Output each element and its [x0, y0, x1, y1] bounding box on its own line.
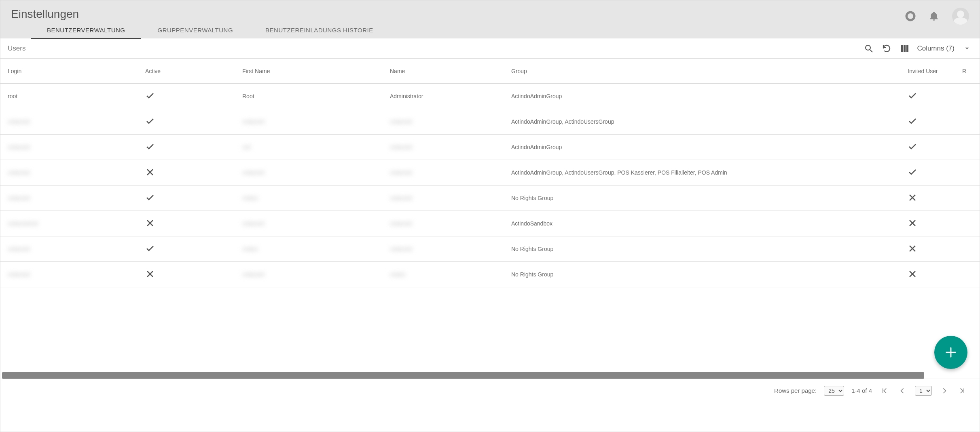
- svg-rect-4: [904, 45, 906, 52]
- range-display: 1-4 of 4: [851, 387, 872, 394]
- record-icon-button[interactable]: [905, 11, 916, 21]
- cell-group: ActindoAdminGroup: [511, 93, 908, 99]
- check-icon: [145, 91, 155, 101]
- close-icon: [145, 218, 155, 228]
- cell-group: No Rights Group: [511, 246, 908, 252]
- table-row[interactable]: redactedredactedredactedActindoAdminGrou…: [0, 160, 980, 185]
- search-button[interactable]: [864, 43, 874, 54]
- table-row[interactable]: redactedredactredactedNo Rights Group: [0, 185, 980, 211]
- cell-invited: [908, 269, 956, 280]
- tab-users[interactable]: BENUTZERVERWALTUNG: [31, 21, 141, 39]
- add-user-button[interactable]: [934, 336, 967, 369]
- rows-per-page-select[interactable]: 25: [824, 386, 844, 396]
- cell-first-name: redact: [242, 246, 390, 252]
- cell-first-name: redact: [242, 195, 390, 201]
- close-icon: [145, 269, 155, 279]
- view-columns-icon: [900, 44, 909, 53]
- check-icon: [145, 142, 155, 152]
- cell-group: ActindoAdminGroup: [511, 144, 908, 150]
- prev-page-button[interactable]: [897, 386, 908, 396]
- first-page-button[interactable]: [879, 386, 890, 396]
- cell-invited: [908, 167, 956, 178]
- cell-login: root: [8, 93, 145, 99]
- columns-dropdown-button[interactable]: [962, 43, 972, 54]
- cell-login: redactedred: [8, 220, 145, 227]
- svg-rect-3: [901, 45, 903, 52]
- refresh-button[interactable]: [881, 43, 892, 54]
- cell-name: redacted: [390, 246, 511, 252]
- cell-group: No Rights Group: [511, 271, 908, 278]
- columns-icon-button[interactable]: [899, 43, 910, 54]
- cell-group: ActindoAdminGroup, ActindoUsersGroup: [511, 118, 908, 125]
- col-header-name[interactable]: Name: [390, 68, 511, 74]
- cell-active: [145, 218, 242, 229]
- svg-point-0: [906, 12, 914, 20]
- search-icon: [864, 44, 874, 53]
- table-row[interactable]: redactedredactedredactNo Rights Group: [0, 262, 980, 287]
- cell-first-name: redacted: [242, 118, 390, 125]
- cell-active: [145, 116, 242, 127]
- check-icon: [145, 244, 155, 253]
- close-icon: [908, 269, 917, 279]
- cell-login: redacted: [8, 169, 145, 176]
- page-last-icon: [958, 387, 966, 395]
- table-body: rootRootAdministratorActindoAdminGroupre…: [0, 84, 980, 402]
- cell-active: [145, 193, 242, 204]
- table-row[interactable]: redactedredactredactedNo Rights Group: [0, 236, 980, 262]
- chevron-left-icon: [898, 387, 906, 395]
- section-title: Users: [8, 44, 25, 53]
- cell-name: redacted: [390, 220, 511, 227]
- chevron-right-icon: [940, 387, 948, 395]
- cell-name: redacted: [390, 169, 511, 176]
- cell-login: redacted: [8, 144, 145, 150]
- table-row[interactable]: rootRootAdministratorActindoAdminGroup: [0, 84, 980, 109]
- bell-icon: [929, 11, 939, 21]
- cell-active: [145, 167, 242, 178]
- content-area: Users Columns (7) Login Active: [0, 38, 980, 402]
- cell-login: redacted: [8, 246, 145, 252]
- col-header-invited[interactable]: Invited User: [908, 68, 956, 74]
- table-row[interactable]: redactedredredactedActindoAdminGroup: [0, 135, 980, 160]
- last-page-button[interactable]: [957, 386, 967, 396]
- horizontal-scrollbar[interactable]: [2, 372, 978, 379]
- next-page-button[interactable]: [939, 386, 950, 396]
- col-header-tail[interactable]: R: [956, 68, 972, 74]
- cell-login: redacted: [8, 271, 145, 278]
- tab-invites[interactable]: BENUTZEREINLADUNGS HISTORIE: [249, 21, 389, 39]
- cell-name: redacted: [390, 118, 511, 125]
- cell-group: ActindoSandbox: [511, 220, 908, 227]
- cell-login: redacted: [8, 118, 145, 125]
- notifications-button[interactable]: [929, 11, 939, 21]
- cell-name: redact: [390, 271, 511, 278]
- tab-groups[interactable]: GRUPPENVERWALTUNG: [141, 21, 249, 39]
- horizontal-scrollbar-thumb[interactable]: [2, 372, 924, 379]
- table-row-partial[interactable]: [0, 287, 980, 303]
- cell-name: Administrator: [390, 93, 511, 99]
- col-header-login[interactable]: Login: [8, 68, 145, 74]
- pagination-bar: Rows per page: 25 1-4 of 4 1: [0, 379, 980, 402]
- page-number-select[interactable]: 1: [915, 386, 932, 396]
- col-header-fname[interactable]: First Name: [242, 68, 390, 74]
- plus-icon: [944, 346, 958, 359]
- close-icon: [145, 167, 155, 177]
- col-header-active[interactable]: Active: [145, 68, 242, 74]
- avatar[interactable]: [952, 8, 969, 25]
- table-row[interactable]: redactedredredactedredactedActindoSandbo…: [0, 211, 980, 236]
- columns-count-label[interactable]: Columns (7): [917, 44, 955, 53]
- close-icon: [908, 218, 917, 228]
- cell-first-name: redacted: [242, 271, 390, 278]
- cell-active: [145, 269, 242, 280]
- cell-group: No Rights Group: [511, 195, 908, 201]
- cell-first-name: Root: [242, 93, 390, 99]
- tabbar: BENUTZERVERWALTUNG GRUPPENVERWALTUNG BEN…: [31, 21, 980, 39]
- table-row[interactable]: redactedredactedredactedActindoAdminGrou…: [0, 109, 980, 135]
- check-icon: [908, 142, 917, 152]
- cell-active: [145, 244, 242, 255]
- refresh-icon: [882, 44, 891, 53]
- svg-rect-5: [906, 45, 908, 52]
- check-icon: [145, 193, 155, 202]
- caret-down-icon: [963, 45, 971, 52]
- page-title: Einstellungen: [11, 8, 980, 21]
- col-header-group[interactable]: Group: [511, 68, 908, 74]
- close-icon: [908, 193, 917, 202]
